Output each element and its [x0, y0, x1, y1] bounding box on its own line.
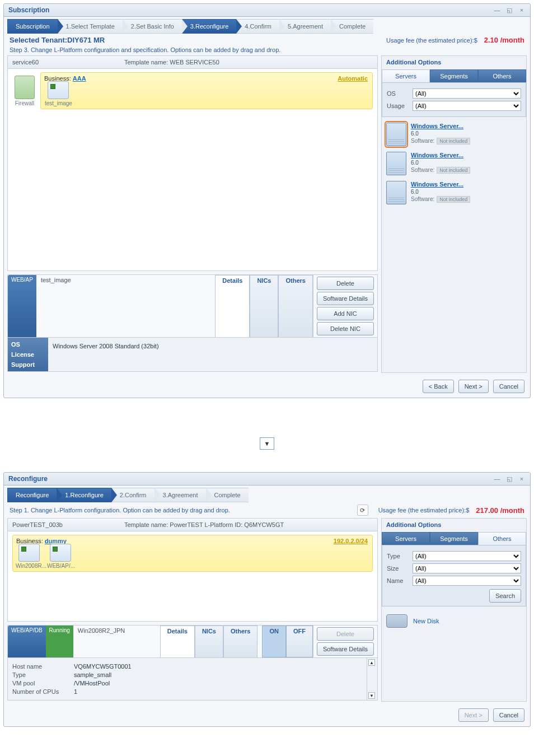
- properties-header: WEB/AP/DB Running Win2008R2_JPN Details …: [7, 625, 378, 658]
- window-title: Reconfigure: [8, 475, 493, 483]
- os-value: Windows Server 2008 Standard (32bit): [53, 343, 373, 349]
- step-reconfigure-title: Reconfigure: [16, 492, 49, 498]
- left-label-col: OS License Support: [8, 338, 48, 371]
- rtab-segments[interactable]: Segments: [430, 532, 478, 545]
- segment-ip[interactable]: 192.0.2.0/24: [334, 538, 368, 544]
- software-details-button[interactable]: Software Details: [317, 642, 374, 656]
- rtab-segments[interactable]: Segments: [430, 69, 478, 82]
- server-icon: [386, 181, 406, 204]
- usage-filter-label: Usage: [387, 102, 413, 109]
- service-name: service60: [12, 59, 124, 66]
- lplatform-canvas[interactable]: Firewall Business: AAA Automatic test_im…: [7, 69, 378, 271]
- lplatform-canvas[interactable]: Business: dummy 192.0.2.0/24 Win2008R...…: [7, 531, 378, 622]
- cpus-label: Number of CPUs: [12, 688, 74, 695]
- server-name-link[interactable]: Windows Server...: [411, 152, 470, 158]
- server-template-item[interactable]: Windows Server... 6.0 Software:Not inclu…: [382, 181, 526, 204]
- search-button[interactable]: Search: [489, 589, 521, 603]
- server-icon: [386, 152, 406, 175]
- canvas-server[interactable]: test_image: [45, 81, 72, 106]
- wizard-steps: Subscription 1.Select Template 2.Set Bas…: [7, 19, 527, 34]
- restore-icon[interactable]: ◱: [505, 475, 513, 483]
- step-4[interactable]: 4.Confirm: [245, 23, 271, 30]
- type-filter-select[interactable]: (All): [413, 551, 521, 561]
- next-button[interactable]: Next >: [458, 708, 489, 722]
- rtab-servers[interactable]: Servers: [382, 69, 430, 82]
- rtab-servers[interactable]: Servers: [382, 532, 430, 545]
- firewall-icon[interactable]: Firewall: [12, 76, 37, 106]
- size-filter-select[interactable]: (All): [413, 563, 521, 573]
- software-details-button[interactable]: Software Details: [317, 292, 374, 305]
- delete-nic-button[interactable]: Delete NIC: [317, 322, 374, 335]
- minimize-icon[interactable]: —: [493, 6, 501, 14]
- automatic-link[interactable]: Automatic: [338, 75, 368, 82]
- step-2[interactable]: 2.Set Basic Info: [131, 23, 174, 30]
- back-button[interactable]: < Back: [423, 380, 454, 393]
- os-filter-label: OS: [387, 90, 413, 97]
- step-2[interactable]: 2.Confirm: [120, 492, 147, 498]
- close-icon[interactable]: ×: [518, 6, 526, 14]
- server-name-link[interactable]: Windows Server...: [411, 123, 470, 129]
- size-filter-label: Size: [387, 565, 413, 572]
- template-name: Template name: WEB SERVICE50: [124, 59, 219, 66]
- name-filter-label: Name: [387, 577, 413, 584]
- rtab-others[interactable]: Others: [478, 69, 526, 82]
- delete-button[interactable]: Delete: [317, 627, 374, 641]
- cpus-value: 1: [74, 688, 362, 695]
- step-3[interactable]: 3.Reconfigure: [190, 23, 229, 30]
- tab-nics[interactable]: NICs: [250, 275, 278, 337]
- rtab-others[interactable]: Others: [478, 532, 526, 545]
- usage-filter-select[interactable]: (All): [413, 101, 521, 111]
- refresh-icon[interactable]: ⟳: [357, 505, 368, 516]
- minimize-icon[interactable]: —: [493, 475, 501, 483]
- cancel-button[interactable]: Cancel: [493, 708, 524, 722]
- business-link[interactable]: AAA: [73, 75, 86, 82]
- tab-others[interactable]: Others: [223, 626, 257, 657]
- tab-details[interactable]: Details: [215, 275, 250, 337]
- close-icon[interactable]: ×: [518, 475, 526, 483]
- step-complete[interactable]: Complete: [214, 492, 241, 498]
- usage-fee-value: 217.00 /month: [476, 506, 524, 515]
- host-name-value: VQ6MYCW5GT0001: [74, 663, 362, 670]
- usage-fee-value: 2.10 /month: [484, 36, 524, 44]
- type-label: Type: [12, 671, 74, 678]
- power-off[interactable]: OFF: [286, 626, 313, 657]
- scroll-down-icon[interactable]: ▼: [368, 692, 375, 699]
- cancel-button[interactable]: Cancel: [493, 380, 524, 393]
- tab-details[interactable]: Details: [160, 626, 195, 657]
- tab-others[interactable]: Others: [278, 275, 312, 337]
- service-name: PowerTEST_003b: [12, 521, 124, 528]
- host-name-label: Host name: [12, 663, 74, 670]
- usage-fee-label: Usage fee (the estimated price):$: [378, 507, 470, 514]
- additional-options-title: Additional Options: [382, 56, 526, 68]
- standalone-dropdown[interactable]: ▼: [260, 437, 274, 450]
- selected-type-tag: WEB/AP/DB: [8, 626, 46, 657]
- canvas-server[interactable]: WEB/AP/...: [47, 544, 74, 569]
- step-complete[interactable]: Complete: [339, 23, 366, 30]
- server-template-item[interactable]: Windows Server... 6.0 Software:Not inclu…: [382, 123, 526, 146]
- wizard-steps: Reconfigure 1.Reconfigure 2.Confirm 3.Ag…: [7, 488, 527, 502]
- next-button[interactable]: Next >: [458, 380, 489, 393]
- restore-icon[interactable]: ◱: [505, 6, 513, 14]
- disk-template-item[interactable]: New Disk: [382, 614, 526, 628]
- type-filter-label: Type: [387, 553, 413, 559]
- canvas-server[interactable]: Win2008R...: [16, 544, 43, 569]
- step-instruction: Step 3. Change L-Platform configuration …: [4, 46, 530, 55]
- state-badge: Running: [46, 626, 73, 657]
- server-template-item[interactable]: Windows Server... 6.0 Software:Not inclu…: [382, 152, 526, 175]
- business-segment[interactable]: Business: AAA Automatic: [40, 72, 373, 109]
- power-on[interactable]: ON: [262, 626, 286, 657]
- name-filter-select[interactable]: (All): [413, 576, 521, 586]
- step-1[interactable]: 1.Reconfigure: [65, 492, 104, 498]
- add-nic-button[interactable]: Add NIC: [317, 307, 374, 320]
- usage-fee-label: Usage fee (the estimated price):$: [386, 37, 477, 44]
- os-filter-select[interactable]: (All): [413, 88, 521, 99]
- step-3[interactable]: 3.Agreement: [163, 492, 198, 498]
- disk-name: New Disk: [413, 618, 439, 624]
- server-name-link[interactable]: Windows Server...: [411, 181, 470, 188]
- delete-button[interactable]: Delete: [317, 277, 374, 290]
- scroll-up-icon[interactable]: ▲: [368, 659, 375, 666]
- step-1[interactable]: 1.Select Template: [66, 23, 115, 30]
- step-5[interactable]: 5.Agreement: [288, 23, 323, 30]
- tab-nics[interactable]: NICs: [195, 626, 223, 657]
- vmpool-value: /VMHostPool: [74, 680, 362, 687]
